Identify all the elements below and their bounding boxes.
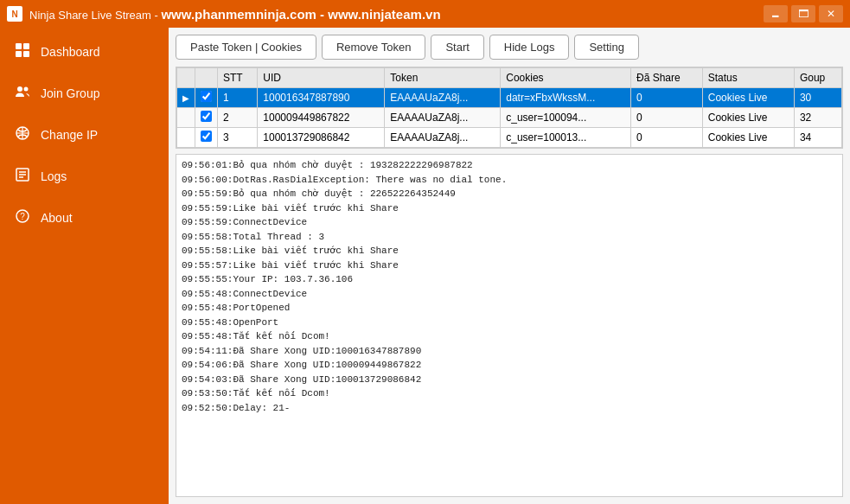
row-arrow [177, 128, 195, 148]
log-line: 09:55:59:Bỏ qua nhóm chờ duyệt : 2265222… [182, 187, 837, 201]
col-dashare: Đã Share [630, 68, 702, 88]
svg-rect-2 [16, 51, 22, 57]
table-row[interactable]: 2 100009449867822 EAAAAUaZA8j... c_user=… [177, 108, 842, 128]
col-status: Status [702, 68, 794, 88]
content-area: Paste Token | Cookies Remove Token Start… [169, 28, 850, 504]
log-line: 09:55:58:Total Thread : 3 [182, 230, 837, 245]
row-token: EAAAAUaZA8j... [385, 128, 501, 148]
row-status: Cookies Live [702, 128, 794, 148]
row-token: EAAAAUaZA8j... [385, 88, 501, 108]
log-line: 09:56:01:Bỏ qua nhóm chờ duyệt : 1932822… [182, 158, 837, 173]
app-icon: N [7, 6, 22, 22]
log-line: 09:55:58:Like bài viết trước khi Share [182, 244, 837, 258]
table-row[interactable]: ▶ 1 100016347887890 EAAAAUaZA8j... datr=… [177, 88, 842, 108]
log-line: 09:55:57:Like bài viết trước khi Share [182, 258, 837, 273]
row-checkbox[interactable] [201, 111, 212, 122]
svg-point-5 [24, 87, 29, 92]
col-cookies: Cookies [501, 68, 631, 88]
paste-token-button[interactable]: Paste Token | Cookies [176, 35, 316, 60]
row-goup: 30 [794, 88, 841, 108]
sidebar-item-about[interactable]: ? About [0, 197, 169, 239]
row-token: EAAAAUaZA8j... [385, 108, 501, 128]
row-cookies: c_user=100013... [501, 128, 631, 148]
col-goup: Goup [794, 68, 841, 88]
change-ip-icon [13, 125, 32, 144]
data-table-wrapper: STT UID Token Cookies Đã Share Status Go… [176, 67, 843, 149]
remove-token-button[interactable]: Remove Token [322, 35, 425, 60]
maximize-button[interactable]: 🗖 [791, 5, 815, 22]
sidebar-label-dashboard: Dashboard [41, 45, 100, 59]
window-controls: 🗕 🗖 ✕ [764, 5, 843, 22]
minimize-button[interactable]: 🗕 [764, 5, 788, 22]
log-line: 09:55:48:OpenPort [182, 316, 837, 330]
row-cookies: c_user=100094... [501, 108, 631, 128]
row-stt: 2 [218, 108, 258, 128]
row-status: Cookies Live [702, 88, 794, 108]
row-checkbox[interactable] [201, 131, 212, 142]
sidebar-item-dashboard[interactable]: Dashboard [0, 31, 169, 73]
start-button[interactable]: Start [431, 35, 483, 60]
hide-logs-button[interactable]: Hide Logs [489, 35, 570, 60]
table-body: ▶ 1 100016347887890 EAAAAUaZA8j... datr=… [177, 88, 842, 148]
sidebar-item-join-group[interactable]: Join Group [0, 73, 169, 114]
about-icon: ? [13, 208, 32, 227]
title-text: Ninja Share Live Stream - www.phanmemnin… [29, 7, 764, 22]
join-group-icon [13, 84, 32, 103]
row-uid: 100013729086842 [258, 128, 385, 148]
sidebar-item-logs[interactable]: Logs [0, 156, 169, 197]
row-goup: 32 [794, 108, 841, 128]
data-table: STT UID Token Cookies Đã Share Status Go… [176, 67, 842, 148]
log-line: 09:54:06:Đã Share Xong UID:1000094498678… [182, 358, 837, 373]
website-text: www.phanmemninja.com - www.ninjateam.vn [161, 7, 440, 22]
log-line: 09:55:59:ConnectDevice [182, 215, 837, 230]
row-arrow: ▶ [177, 88, 195, 108]
svg-rect-0 [16, 43, 22, 49]
row-uid: 100016347887890 [258, 88, 385, 108]
row-checkbox[interactable] [201, 91, 212, 102]
toolbar: Paste Token | Cookies Remove Token Start… [176, 35, 843, 60]
app-name: Ninja Share Live Stream - [29, 9, 161, 22]
svg-rect-1 [23, 43, 29, 49]
main-layout: Dashboard Join Group Change IP Logs ? Ab… [0, 28, 850, 504]
log-line: 09:53:50:Tắt kết nối Dcom! [182, 386, 837, 401]
row-goup: 34 [794, 128, 841, 148]
row-dashare: 0 [630, 128, 702, 148]
col-check [195, 68, 218, 88]
row-cookies: datr=xFbxWkssM... [501, 88, 631, 108]
log-area[interactable]: 09:56:01:Bỏ qua nhóm chờ duyệt : 1932822… [176, 154, 843, 497]
log-line: 09:55:48:Tắt kết nối Dcom! [182, 329, 837, 344]
log-line: 09:54:03:Đã Share Xong UID:1000137290868… [182, 373, 837, 387]
row-stt: 1 [218, 88, 258, 108]
svg-rect-3 [23, 51, 29, 57]
sidebar-label-change-ip: Change IP [41, 128, 98, 142]
setting-button[interactable]: Setting [574, 35, 638, 60]
col-uid: UID [258, 68, 385, 88]
row-checkbox-cell[interactable] [195, 108, 218, 128]
log-line: 09:54:11:Đã Share Xong UID:1000163478878… [182, 344, 837, 359]
col-stt: STT [218, 68, 258, 88]
log-line: 09:52:50:Delay: 21- [182, 401, 837, 416]
close-button[interactable]: ✕ [819, 5, 843, 22]
row-stt: 3 [218, 128, 258, 148]
col-token: Token [385, 68, 501, 88]
row-dashare: 0 [630, 108, 702, 128]
logs-icon [13, 167, 32, 186]
sidebar: Dashboard Join Group Change IP Logs ? Ab… [0, 28, 169, 504]
dashboard-icon [13, 42, 32, 61]
col-arrow [177, 68, 195, 88]
log-line: 09:55:55:Your IP: 103.7.36.106 [182, 272, 837, 287]
row-dashare: 0 [630, 88, 702, 108]
svg-text:?: ? [20, 212, 25, 221]
svg-point-4 [17, 86, 22, 92]
row-checkbox-cell[interactable] [195, 88, 218, 108]
row-checkbox-cell[interactable] [195, 128, 218, 148]
log-line: 09:55:48:PortOpened [182, 301, 837, 316]
log-line: 09:55:59:Like bài viết trước khi Share [182, 201, 837, 216]
sidebar-item-change-ip[interactable]: Change IP [0, 114, 169, 156]
table-row[interactable]: 3 100013729086842 EAAAAUaZA8j... c_user=… [177, 128, 842, 148]
row-uid: 100009449867822 [258, 108, 385, 128]
sidebar-label-about: About [41, 211, 73, 225]
row-arrow [177, 108, 195, 128]
table-header-row: STT UID Token Cookies Đã Share Status Go… [177, 68, 842, 88]
log-line: 09:55:48:ConnectDevice [182, 287, 837, 302]
